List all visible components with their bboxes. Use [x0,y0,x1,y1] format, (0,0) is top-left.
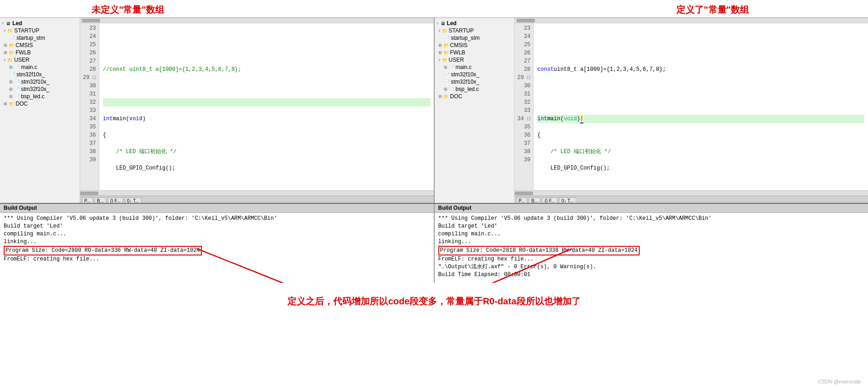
r-code-line-25: const uint8_t a[1000]={1,2,3,4,5,6,7,8}; [537,65,864,74]
right-build-panel: Build Output *** Using Compiler 'V5.06 u… [435,204,868,283]
bottom-annotation: 定义之后，代码增加所以code段变多，常量属于R0-data段所以也增加了 [0,283,868,319]
right-code-content[interactable]: const uint8_t a[1000]={1,2,3,4,5,6,7,8};… [534,23,868,190]
r-code-line-32 [537,181,864,189]
tree-doc-l[interactable]: ⊞ 📁 DOC [0,100,80,107]
tree-startup-file[interactable]: 📄 startup_stm [0,34,80,42]
right-build-line-5: Program Size: Code=2818 RO-data=1338 RW-… [438,246,865,255]
right-build-line-6: FromELF: creating hex file... [438,255,865,263]
left-build-highlight: Program Size: Code=2800 RO-data=336 RW-d… [4,246,202,255]
tree-user-r[interactable]: ▿ 📁 USER [435,56,514,64]
tree-startup[interactable]: ▿ 📁 STARTUP [0,27,80,34]
tab-fn-r[interactable]: {} F... [542,197,557,203]
tree-doc-r[interactable]: ⊞ 📁 DOC [435,93,514,100]
left-code-area[interactable]: 23 24 25 26 27 28 29 □ 30 31 32 33 34 35… [80,18,434,203]
tab-books-l[interactable]: B... [95,197,106,203]
tree-bsp-led-r[interactable]: ⊞ 📄 bsp_led.c [435,85,514,93]
code-line-32 [103,181,430,189]
build-row: Build Output *** Using Compiler 'V5.06 u… [0,203,868,283]
left-build-title: Build Output [0,204,434,213]
right-annotation: 定义了"常量"数组 [676,4,749,16]
tab-proj-r[interactable]: P... [517,197,528,203]
left-build-line-3: compiling main.c... [4,230,430,238]
tab-fn-l[interactable]: {} F... [108,197,123,203]
left-file-tree[interactable]: ▿ 🖥 Led ▿ 📁 STARTUP 📄 startup_stm ⊞ 📁 CM… [0,18,80,203]
tree-main-c-r[interactable]: ⊞ 📄 main.c [435,64,514,71]
left-build-line-1: *** Using Compiler 'V5.06 update 3 (buil… [4,215,430,223]
left-build-content: *** Using Compiler 'V5.06 update 3 (buil… [0,213,434,265]
right-file-tree[interactable]: ▿ 🖥 Led ▿ 📁 STARTUP 📄 startup_stm ⊞ 📁 CM… [435,18,515,203]
tree-cmsis-r[interactable]: ⊞ 📁 CMSIS [435,42,514,49]
right-build-line-8: Build Time Elapsed: 00:00:01 [438,271,865,279]
r-code-line-23 [537,32,864,41]
r-code-line-30: /* LED 端口初始化 */ [537,148,864,156]
code-line-26 [103,82,430,90]
tree-bsp-led-l[interactable]: ⊞ 📄 bsp_led.c [0,93,80,100]
tree-startup-file-r[interactable]: 📄 startup_stm [435,34,514,42]
right-ide-toolbar: P... B... {} F... 0↓ T... [515,196,868,203]
right-build-line-2: Build target 'Led' [438,223,865,230]
left-build-line-4: linking... [4,238,430,246]
tab-proj-l[interactable]: P... [82,197,93,203]
r-code-line-31: LED_GPIO_Config(); [537,164,864,172]
left-ide-toolbar: P... B... {} F... 0↓ T... [80,196,434,203]
r-code-line-28: int main(void)| [537,115,864,123]
tree-stm32-r2[interactable]: 📄 stm32f10x_ [435,78,514,85]
tree-cmsis[interactable]: ⊞ 📁 CMSIS [0,42,80,49]
r-code-line-26 [537,82,864,90]
code-line-31: LED_GPIO_Config(); [103,164,430,172]
right-build-title: Build Output [435,204,868,213]
left-build-line-2: Build target 'Led' [4,223,430,230]
code-line-28: int main(void) [103,115,430,123]
right-line-numbers: 23 24 25 26 27 28 29 □ 30 31 32 33 34 □ … [515,23,534,190]
tree-startup-r[interactable]: ▿ 📁 STARTUP [435,27,514,34]
tree-root-led-r[interactable]: ▿ 🖥 Led [435,20,514,27]
right-build-line-3: compiling main.c... [438,230,865,238]
left-ide-panel: ▿ 🖥 Led ▿ 📁 STARTUP 📄 startup_stm ⊞ 📁 CM… [0,18,435,203]
left-build-line-6: FromELF: creating hex file... [4,255,430,263]
tab-templ-l[interactable]: 0↓ T... [125,197,142,203]
right-build-highlight: Program Size: Code=2818 RO-data=1338 RW-… [438,246,640,255]
r-code-line-24 [537,49,864,57]
tree-root-led[interactable]: ▿ 🖥 Led [0,20,80,27]
code-line-23 [103,32,430,41]
tree-stm32-1[interactable]: 📄 stm32f10x_ [0,71,80,78]
tree-main-c[interactable]: ⊞ 📄 main.c [0,64,80,71]
csdn-watermark: CSDN @rivencode [818,379,861,384]
r-code-line-29: { [537,131,864,139]
left-line-numbers: 23 24 25 26 27 28 29 □ 30 31 32 33 34 35… [80,23,99,190]
tree-stm32-3[interactable]: ⊞ 📄 stm32f10x_ [0,85,80,93]
code-line-29: { [103,131,430,139]
right-build-content: *** Using Compiler 'V5.06 update 3 (buil… [435,213,868,281]
right-ide-panel: ▿ 🖥 Led ▿ 📁 STARTUP 📄 startup_stm ⊞ 📁 CM… [435,18,868,203]
code-line-30: /* LED 端口初始化 */ [103,148,430,156]
tab-books-r[interactable]: B... [529,197,540,203]
right-build-line-1: *** Using Compiler 'V5.06 update 3 (buil… [438,215,865,223]
code-line-24 [103,49,430,57]
tree-fwlb-r[interactable]: ⊞ 📁 FWLB [435,49,514,56]
left-code-content[interactable]: //const uint8_t a[1000]={1,2,3,4,5,6,7,8… [99,23,434,190]
right-build-line-4: linking... [438,238,865,246]
left-build-line-5: Program Size: Code=2800 RO-data=336 RW-d… [4,246,430,255]
tab-templ-r[interactable]: 0↓ T... [559,197,576,203]
code-line-25: //const uint8_t a[1000]={1,2,3,4,5,6,7,8… [103,65,430,74]
tree-user[interactable]: ▿ 📁 USER [0,56,80,64]
right-code-area[interactable]: 23 24 25 26 27 28 29 □ 30 31 32 33 34 □ … [515,18,868,203]
tree-fwlb[interactable]: ⊞ 📁 FWLB [0,49,80,56]
tree-stm32-r1[interactable]: 📄 stm32f10x_ [435,71,514,78]
r-code-line-27 [537,98,864,106]
bottom-annotation-text: 定义之后，代码增加所以code段变多，常量属于R0-data段所以也增加了 [287,295,580,308]
code-line-27 [103,98,430,106]
right-build-line-7: ".\Output\流水灯.axf" - 0 Error(s), 0 Warni… [438,263,865,271]
left-annotation: 未定义"常量"数组 [92,4,164,16]
tree-stm32-2[interactable]: ⊞ 📄 stm32f10x_ [0,78,80,85]
left-build-panel: Build Output *** Using Compiler 'V5.06 u… [0,204,435,283]
